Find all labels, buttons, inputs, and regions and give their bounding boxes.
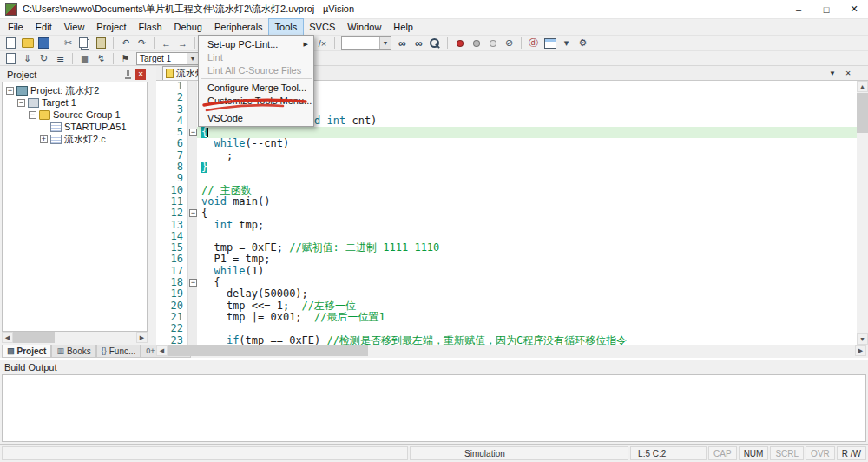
find-text-combo[interactable]: ▼ bbox=[341, 36, 391, 50]
panel-close-icon[interactable]: ✕ bbox=[135, 69, 146, 80]
paste-icon[interactable] bbox=[94, 36, 108, 50]
insert-breakpoint-icon[interactable] bbox=[452, 36, 467, 50]
code-line-11[interactable]: 11void main() bbox=[156, 196, 857, 208]
bottom-tab-functions[interactable]: {}Func... bbox=[96, 345, 141, 358]
code-line-9[interactable]: 9 bbox=[156, 173, 857, 184]
batch-build-icon[interactable]: ≣ bbox=[53, 51, 68, 65]
menu-peripherals[interactable]: Peripherals bbox=[208, 19, 269, 35]
bottom-tab-project[interactable]: ▤Project bbox=[2, 345, 51, 358]
translate-file-icon[interactable] bbox=[3, 51, 18, 65]
minimize-button[interactable]: – bbox=[785, 0, 812, 18]
download-flash-icon[interactable]: ↯ bbox=[94, 51, 108, 65]
expand-icon[interactable]: + bbox=[40, 135, 48, 143]
panel-splitter[interactable] bbox=[148, 66, 156, 345]
tools-menu-item-customize-tools-menu[interactable]: Customize Tools Menu... bbox=[199, 94, 313, 107]
editor-vscrollbar[interactable]: ▲ ▼ bbox=[857, 81, 868, 345]
undo-icon[interactable]: ↶ bbox=[118, 36, 133, 50]
code-line-19[interactable]: 19 delay(50000); bbox=[156, 288, 857, 300]
build-output-content[interactable] bbox=[2, 374, 866, 442]
open-file-icon[interactable] bbox=[20, 36, 35, 50]
scroll-up-icon[interactable]: ▲ bbox=[857, 81, 868, 92]
menu-window[interactable]: Window bbox=[341, 19, 387, 35]
close-button[interactable]: ✕ bbox=[840, 0, 868, 18]
code-line-17[interactable]: 17 while(1) bbox=[156, 266, 857, 277]
code-line-15[interactable]: 15 tmp = 0xFE; //赋初值: 二进制 1111 1110 bbox=[156, 242, 857, 254]
scroll-right-icon[interactable]: ▶ bbox=[136, 332, 148, 343]
bottom-tab-books[interactable]: ▥Books bbox=[51, 345, 95, 358]
code-line-5[interactable]: 5−{ bbox=[156, 127, 857, 138]
tools-menu-item-vscode[interactable]: VSCode bbox=[199, 111, 313, 124]
chevron-down-icon[interactable]: ▼ bbox=[187, 53, 198, 64]
code-line-12[interactable]: 12−{ bbox=[156, 208, 857, 219]
start-debug-session-icon[interactable]: ⓓ bbox=[526, 36, 541, 50]
menu-view[interactable]: View bbox=[58, 19, 91, 35]
scroll-left-icon[interactable]: ◀ bbox=[2, 332, 13, 343]
navigate-forward-icon[interactable]: → bbox=[175, 36, 190, 50]
rebuild-all-icon[interactable]: ↻ bbox=[36, 51, 51, 65]
navigate-back-icon[interactable]: ← bbox=[159, 36, 174, 50]
scroll-track[interactable] bbox=[13, 332, 136, 343]
menu-project[interactable]: Project bbox=[90, 19, 132, 35]
collapse-icon[interactable]: − bbox=[17, 99, 25, 107]
tree-item-project-root[interactable]: −Project: 流水灯2 bbox=[3, 84, 147, 96]
tab-close-icon[interactable]: ✕ bbox=[842, 68, 854, 79]
code-line-18[interactable]: 18− { bbox=[156, 277, 857, 288]
cut-icon[interactable]: ✂ bbox=[61, 36, 76, 50]
menu-flash[interactable]: Flash bbox=[133, 19, 168, 35]
redo-icon[interactable]: ↷ bbox=[135, 36, 149, 50]
scroll-right-icon[interactable]: ▶ bbox=[855, 345, 866, 356]
fold-margin[interactable]: − bbox=[187, 208, 197, 219]
code-line-10[interactable]: 10// 主函数 bbox=[156, 185, 857, 196]
code-line-13[interactable]: 13 int tmp; bbox=[156, 220, 857, 231]
kill-all-breakpoints-icon[interactable]: ⊘ bbox=[502, 36, 516, 50]
code-line-23[interactable]: 23 if(tmp == 0xFE) //检测是否移到最左端，重新赋值，因为C程… bbox=[156, 335, 857, 345]
build-target-icon[interactable]: ⇓ bbox=[20, 51, 35, 65]
hscroll-thumb[interactable] bbox=[168, 345, 368, 356]
fold-margin[interactable]: − bbox=[187, 127, 197, 138]
disable-all-breakpoints-icon[interactable] bbox=[485, 36, 500, 50]
chevron-down-icon[interactable]: ▼ bbox=[379, 37, 391, 49]
menu-file[interactable]: File bbox=[2, 19, 30, 35]
new-file-icon[interactable] bbox=[3, 36, 18, 50]
target-options-flag-icon[interactable]: ⚑ bbox=[118, 51, 133, 65]
tree-item-startup-a51[interactable]: −STARTUP.A51 bbox=[3, 121, 147, 133]
scroll-thumb[interactable] bbox=[13, 332, 55, 343]
save-file-icon[interactable] bbox=[36, 36, 51, 50]
maximize-button[interactable]: □ bbox=[812, 0, 840, 18]
project-panel-hscrollbar[interactable]: ◀ ▶ bbox=[2, 332, 148, 343]
tree-item-liushuideng2-c[interactable]: +流水灯2.c bbox=[3, 133, 147, 145]
editor-tab[interactable]: 流水灯2.c bbox=[162, 66, 202, 80]
code-line-16[interactable]: 16 P1 = tmp; bbox=[156, 254, 857, 265]
code-line-6[interactable]: 6 while(--cnt) bbox=[156, 138, 857, 149]
enable-breakpoint-icon[interactable] bbox=[469, 36, 483, 50]
configure-target-dropdown-icon[interactable]: ▾ bbox=[559, 36, 574, 50]
fold-toggle-icon[interactable]: − bbox=[189, 209, 197, 217]
pin-icon[interactable] bbox=[123, 70, 132, 79]
code-line-14[interactable]: 14 bbox=[156, 231, 857, 242]
copy-icon[interactable] bbox=[77, 36, 92, 50]
tree-item-target-1[interactable]: −Target 1 bbox=[3, 96, 147, 109]
target-select-combo[interactable]: Target 1▼ bbox=[136, 52, 199, 65]
find-in-files-icon[interactable] bbox=[395, 36, 410, 50]
incremental-find-icon[interactable] bbox=[428, 36, 443, 50]
code-line-20[interactable]: 20 tmp <<= 1; //左移一位 bbox=[156, 300, 857, 312]
menu-tools[interactable]: Tools bbox=[269, 19, 304, 35]
scroll-track[interactable] bbox=[168, 345, 855, 356]
tree-item-source-group-1[interactable]: −Source Group 1 bbox=[3, 109, 147, 121]
code-line-7[interactable]: 7 ; bbox=[156, 150, 857, 162]
uncomment-selection-icon[interactable]: /× bbox=[315, 36, 330, 50]
code-line-21[interactable]: 21 tmp |= 0x01; //最后一位置1 bbox=[156, 312, 857, 323]
menu-edit[interactable]: Edit bbox=[30, 19, 58, 35]
stop-build-icon[interactable]: ◼ bbox=[77, 51, 92, 65]
fold-toggle-icon[interactable]: − bbox=[189, 279, 197, 287]
code-line-8[interactable]: 8} bbox=[156, 162, 857, 173]
configure-tools-icon[interactable]: ⚙ bbox=[575, 36, 590, 50]
tools-menu-item-set-up-pc-lint[interactable]: Set-up PC-Lint...▶ bbox=[199, 37, 313, 50]
tab-list-icon[interactable]: ▼ bbox=[826, 68, 838, 79]
menu-svcs[interactable]: SVCS bbox=[303, 19, 341, 35]
editor-hscrollbar[interactable]: ◀ ▶ bbox=[156, 345, 866, 356]
menu-help[interactable]: Help bbox=[387, 19, 419, 35]
find-icon[interactable] bbox=[411, 36, 426, 50]
tools-menu-item-configure-merge-tool[interactable]: Configure Merge Tool... bbox=[199, 81, 313, 94]
collapse-icon[interactable]: − bbox=[6, 87, 14, 95]
